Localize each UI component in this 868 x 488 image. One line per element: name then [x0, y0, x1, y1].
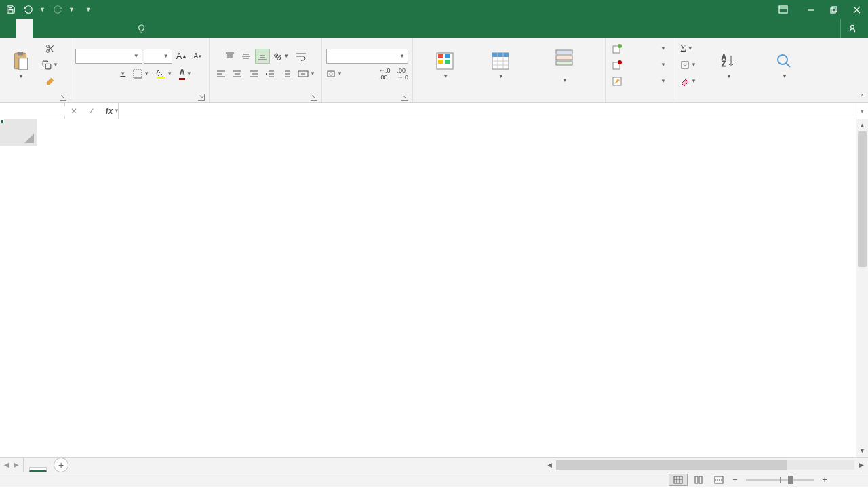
decrease-font-button[interactable]: A▼: [191, 49, 205, 64]
clipboard-dialog-launcher[interactable]: [60, 94, 66, 101]
align-right-button[interactable]: [246, 66, 261, 81]
vscroll-thumb[interactable]: [858, 131, 867, 267]
sort-filter-button[interactable]: AZ ▼: [702, 40, 755, 90]
insert-cells-button[interactable]: ▼: [610, 41, 669, 56]
tab-review[interactable]: [98, 19, 114, 38]
select-all-corner[interactable]: [0, 119, 37, 146]
formula-input[interactable]: [119, 103, 856, 119]
align-middle-button[interactable]: [239, 49, 254, 64]
vertical-scrollbar[interactable]: ▲ ▼: [856, 119, 868, 457]
font-name-dropdown[interactable]: ▼: [75, 49, 142, 64]
cell-styles-icon: [555, 47, 574, 66]
collapse-ribbon-button[interactable]: ˄: [861, 94, 864, 101]
font-dialog-launcher[interactable]: [198, 94, 205, 101]
add-sheet-button[interactable]: +: [54, 458, 68, 472]
wrap-text-button[interactable]: [293, 49, 309, 64]
orientation-button[interactable]: ab▼: [271, 49, 292, 64]
align-bottom-button[interactable]: [255, 49, 270, 64]
cell-styles-button[interactable]: ▼: [528, 40, 601, 90]
percent-format-button[interactable]: [347, 66, 360, 81]
tell-me-input[interactable]: [150, 24, 299, 33]
hscroll-left-button[interactable]: ◀: [544, 462, 555, 468]
fill-color-button[interactable]: ▼: [153, 66, 175, 81]
bold-button[interactable]: [85, 66, 99, 81]
tab-insert[interactable]: [33, 19, 49, 38]
undo-dropdown[interactable]: ▼: [39, 6, 45, 13]
ribbon-options-icon[interactable]: [768, 0, 799, 19]
expand-formula-bar-button[interactable]: ▾: [856, 103, 868, 119]
sheet-nav-next[interactable]: ▶: [14, 461, 19, 468]
comma-format-button[interactable]: [361, 66, 375, 81]
svg-rect-0: [779, 6, 787, 13]
format-painter-button[interactable]: [43, 74, 58, 89]
cells-area[interactable]: [37, 146, 856, 457]
font-size-dropdown[interactable]: ▼: [144, 49, 172, 64]
tab-data[interactable]: [81, 19, 98, 38]
hscroll-right-button[interactable]: ▶: [856, 462, 867, 468]
underline-button[interactable]: ▼: [115, 66, 129, 81]
maximize-button[interactable]: [822, 0, 845, 19]
sheet-tab-active[interactable]: [29, 467, 47, 472]
scroll-down-button[interactable]: ▼: [856, 445, 868, 457]
view-page-break-button[interactable]: [709, 474, 728, 486]
hscroll-thumb[interactable]: [556, 460, 787, 470]
number-dialog-launcher[interactable]: [401, 94, 408, 101]
borders-button[interactable]: ▼: [130, 66, 152, 81]
name-box[interactable]: ▼: [0, 103, 65, 119]
align-top-button[interactable]: [222, 49, 237, 64]
insert-function-button[interactable]: fx: [100, 104, 118, 119]
zoom-thumb[interactable]: [788, 476, 793, 484]
tab-home[interactable]: [16, 19, 33, 38]
zoom-slider[interactable]: [746, 479, 814, 481]
share-button[interactable]: [840, 19, 868, 38]
zoom-out-button[interactable]: −: [730, 474, 741, 485]
format-cells-button[interactable]: ▼: [610, 74, 669, 89]
title-bar: ▼ ▼ ▼: [0, 0, 868, 19]
svg-rect-46: [328, 71, 334, 77]
copy-button[interactable]: ▼: [39, 58, 61, 73]
autosum-button[interactable]: Σ▼: [677, 41, 696, 56]
tab-pagelayout[interactable]: [49, 19, 65, 38]
decrease-indent-button[interactable]: [262, 66, 277, 81]
conditional-formatting-button[interactable]: ▼: [417, 40, 473, 90]
cut-button[interactable]: [43, 41, 58, 56]
font-color-button[interactable]: A▼: [176, 66, 195, 81]
find-select-button[interactable]: ▼: [757, 40, 810, 90]
increase-decimal-button[interactable]: ←.0.00: [376, 66, 393, 81]
signin-button[interactable]: [827, 19, 840, 38]
number-format-dropdown[interactable]: ▼: [326, 49, 408, 64]
alignment-dialog-launcher[interactable]: [311, 94, 317, 101]
paste-button[interactable]: ▼: [4, 40, 37, 90]
accounting-format-button[interactable]: ▼: [323, 66, 345, 81]
view-page-layout-button[interactable]: [689, 474, 708, 486]
horizontal-scrollbar[interactable]: ◀ ▶: [542, 458, 868, 472]
save-icon[interactable]: [5, 4, 16, 15]
format-as-table-button[interactable]: ▼: [475, 40, 525, 90]
decrease-decimal-button[interactable]: .00→.0: [394, 66, 411, 81]
close-button[interactable]: [845, 0, 868, 19]
align-left-button[interactable]: [214, 66, 229, 81]
qat-customize-dropdown[interactable]: ▼: [85, 6, 92, 13]
svg-rect-50: [445, 54, 450, 58]
fill-button[interactable]: ▼: [677, 58, 699, 73]
undo-icon[interactable]: [23, 4, 34, 15]
tell-me-search[interactable]: [130, 19, 827, 38]
align-center-button[interactable]: [230, 66, 245, 81]
increase-indent-button[interactable]: [279, 66, 294, 81]
sheet-nav-prev[interactable]: ◀: [4, 461, 9, 468]
clear-button[interactable]: ▼: [677, 74, 699, 89]
delete-cells-button[interactable]: ▼: [610, 58, 669, 73]
merge-center-button[interactable]: ▼: [295, 66, 318, 81]
tab-view[interactable]: [114, 19, 130, 38]
minimize-button[interactable]: [799, 0, 822, 19]
tab-formulas[interactable]: [65, 19, 81, 38]
scroll-up-button[interactable]: ▲: [856, 119, 868, 131]
svg-line-14: [51, 49, 53, 52]
tab-file[interactable]: [0, 19, 16, 38]
view-normal-button[interactable]: [669, 474, 688, 486]
zoom-in-button[interactable]: +: [819, 474, 830, 485]
quick-access-toolbar: ▼ ▼ ▼: [0, 0, 92, 19]
svg-rect-10: [19, 58, 28, 70]
italic-button[interactable]: [100, 66, 114, 81]
increase-font-button[interactable]: A▲: [174, 49, 190, 64]
